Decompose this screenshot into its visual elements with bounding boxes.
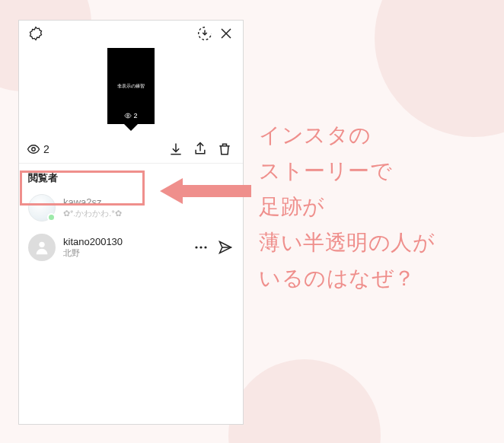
annotation-line: インスタの [259,117,495,153]
story-thumb-label: 非表示の練習 [117,83,145,90]
online-dot [47,213,56,222]
story-thumb-area: 非表示の練習 2 [19,46,243,135]
annotation-line: 薄い半透明の人が [259,225,495,260]
annotation-line: いるのはなぜ？ [259,260,495,296]
annotation-text: インスタの ストーリーで 足跡が 薄い半透明の人が いるのはなぜ？ [259,117,495,296]
settings-icon[interactable] [25,23,46,44]
more-icon[interactable] [193,237,209,258]
svg-point-5 [204,246,206,248]
save-to-archive-icon[interactable] [194,23,215,44]
annotation-line: 足跡が [259,189,495,225]
send-icon[interactable] [217,237,234,258]
viewers-section-header: 閲覧者 [19,164,243,188]
svg-point-1 [32,147,36,151]
svg-point-0 [127,115,129,117]
bg-decor [228,359,381,443]
viewer-username: kitano200130 [63,236,123,247]
story-thumbnail[interactable]: 非表示の練習 2 [107,48,155,124]
phone-frame: 非表示の練習 2 2 [18,20,244,425]
svg-point-3 [195,246,197,248]
thumb-view-count: 2 [133,112,137,120]
story-thumb-views: 2 [107,112,155,120]
svg-point-4 [199,246,202,248]
annotation-line: ストーリーで [259,153,495,189]
viewer-username: kawa2sz [63,196,122,208]
viewers-count: 2 [43,143,49,155]
bg-decor [375,0,504,137]
thumb-selected-caret [124,124,138,131]
eye-icon [27,142,40,156]
delete-icon[interactable] [214,139,235,160]
story-topbar [19,21,243,46]
avatar [28,194,56,222]
viewer-row[interactable]: kitano200130 北野 [19,228,243,267]
viewer-displayname: ✿*.かわかわ.*✿ [63,208,122,219]
viewer-displayname: 北野 [63,247,123,259]
avatar [28,234,56,261]
close-icon[interactable] [215,23,237,44]
viewers-summary-bar: 2 [19,135,243,164]
svg-point-2 [39,242,44,247]
share-icon[interactable] [190,139,211,160]
viewer-row[interactable]: kawa2sz ✿*.かわかわ.*✿ [19,188,243,228]
download-icon[interactable] [165,139,187,160]
